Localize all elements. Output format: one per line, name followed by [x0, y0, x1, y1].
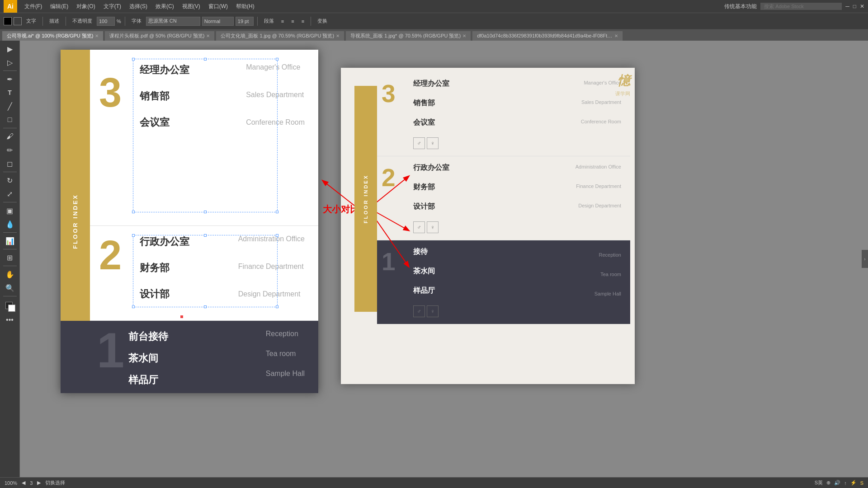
preview-inner: FLOOR INDEX 3 经理办公室 Manager's Office — [341, 68, 635, 384]
eraser-tool[interactable]: ◻ — [2, 157, 18, 170]
maximize-button[interactable]: □ — [853, 3, 856, 9]
font-style-input[interactable] — [202, 17, 234, 26]
paintbrush-tool[interactable]: 🖌 — [2, 130, 18, 143]
menu-window[interactable]: 窗口(W) — [205, 2, 231, 11]
floor-1-section: 1 前台接待 茶水间 样品厅 Reception Tea room Sample… — [61, 321, 318, 393]
tab-1[interactable]: 课程片头模板.pdf @ 50% (RGB/GPU 预览) ✕ — [104, 31, 215, 41]
r-floor-3-section: 3 经理办公室 Manager's Office 销售部 Sales Depar… — [377, 72, 630, 156]
r-floor-2-icons: ♂ ♀ — [413, 221, 621, 233]
align-right-button[interactable]: ≡ — [299, 18, 307, 25]
tab-4[interactable]: df0a10d74c8b336f298391f0b393fd9fb84d41d9… — [472, 31, 623, 41]
r-floor-1-room-1-cn: 接待 — [413, 247, 428, 257]
font-size-input[interactable] — [236, 17, 254, 26]
floor-1-rooms-cn: 前台接待 茶水间 样品厅 — [128, 330, 168, 395]
r-floor-1-section: 1 接待 Reception 茶水间 Tea room 样品厅 — [377, 240, 630, 324]
separator-3 — [125, 17, 125, 26]
r-floor-2-section: 2 行政办公室 Administration Office 财务部 Financ… — [377, 156, 630, 240]
type-tool[interactable]: T — [2, 86, 18, 99]
sel-handle-2-br — [276, 305, 278, 308]
tab-3-label: 导视系统_面板 1.jpg* @ 70.59% (RGB/GPU 预览) — [350, 33, 461, 39]
pen-tool[interactable]: ✒ — [2, 73, 18, 85]
menu-view[interactable]: 视图(V) — [179, 2, 204, 11]
stroke-color[interactable] — [14, 17, 22, 25]
tool-separator-1 — [3, 70, 17, 71]
floor-3-section: 3 经理办公室 销售部 会议室 Manager's Office Sales D… — [90, 50, 318, 226]
r-floor-2-icon-1: ♂ — [413, 221, 425, 233]
opacity-input[interactable] — [97, 17, 115, 26]
separator-1 — [42, 17, 43, 26]
workspace-selector[interactable]: 传统基本功能 — [724, 3, 757, 10]
stroke-label: 描述 — [47, 17, 62, 25]
nav-prev[interactable]: ◀ — [22, 480, 25, 486]
gradient-tool[interactable]: ▣ — [2, 204, 18, 217]
artboard-tool[interactable]: ⊞ — [2, 251, 18, 264]
floor-2-number: 2 — [99, 235, 122, 276]
align-center-button[interactable]: ≡ — [288, 18, 297, 25]
main-area: ▶ ▷ ✒ T ╱ □ 🖌 ✏ ◻ ↻ ⤢ ▣ 💧 📊 ⊞ ✋ 🔍 ••• — [0, 41, 868, 477]
nav-next[interactable]: ▶ — [37, 480, 41, 486]
r-floor-1-room-2-cn: 茶水间 — [413, 267, 435, 276]
r-floor-1-room-1-en: Reception — [599, 252, 621, 258]
r-floor-3-room-3-cn: 会议室 — [413, 118, 435, 127]
tab-2[interactable]: 公司文化墙_面板 1.jpg @ 70.59% (RGB/GPU 预览) ✕ — [216, 31, 344, 41]
scale-tool[interactable]: ⤢ — [2, 188, 18, 200]
graph-tool[interactable]: 📊 — [2, 235, 18, 247]
floor-index-design: FLOOR INDEX 3 经理办公室 销售部 会议室 Manager's Of… — [61, 50, 318, 393]
sel-handle-2-tc — [204, 234, 207, 237]
rotate-tool[interactable]: ↻ — [2, 174, 18, 187]
status-icon-1: ⊕ — [826, 480, 830, 486]
r-floor-2-num: 2 — [382, 165, 409, 190]
direct-select-tool[interactable]: ▷ — [2, 56, 18, 69]
tab-0[interactable]: 公司导视.ai* @ 100% (RGB/GPU 预览) ✕ — [2, 31, 104, 41]
tab-1-close[interactable]: ✕ — [206, 33, 210, 38]
canvas-area[interactable]: FLOOR INDEX 3 经理办公室 销售部 会议室 Manager's Of… — [20, 41, 868, 477]
selection-box-2 — [133, 235, 278, 307]
right-collapse-handle[interactable]: › — [862, 250, 868, 268]
artboard-preview: FLOOR INDEX 3 经理办公室 Manager's Office — [341, 68, 635, 384]
font-input[interactable] — [146, 17, 200, 26]
tab-4-label: df0a10d74c8b336f298391f0b393fd9fb84d41d9… — [477, 33, 613, 39]
tab-3-close[interactable]: ✕ — [462, 33, 466, 38]
menu-file[interactable]: 文件(F) — [21, 2, 46, 11]
color-boxes[interactable] — [4, 300, 16, 313]
menu-edit[interactable]: 编辑(E) — [47, 2, 72, 11]
r-floor-3-row-3: 会议室 Conference Room — [413, 118, 621, 133]
tab-4-close[interactable]: ✕ — [614, 33, 618, 38]
tab-0-close[interactable]: ✕ — [95, 33, 99, 38]
pencil-tool[interactable]: ✏ — [2, 144, 18, 156]
menu-select[interactable]: 选择(S) — [126, 2, 151, 11]
floor-1-number: 1 — [97, 325, 124, 375]
menu-object[interactable]: 对象(O) — [73, 2, 99, 11]
select-tool[interactable]: ▶ — [2, 42, 18, 55]
line-tool[interactable]: ╱ — [2, 100, 18, 113]
tab-2-close[interactable]: ✕ — [336, 33, 340, 38]
r-floor-3-room-1-cn: 经理办公室 — [413, 79, 449, 89]
fill-color[interactable] — [4, 17, 12, 25]
sel-handle-tl — [132, 58, 135, 61]
tab-1-label: 课程片头模板.pdf @ 50% (RGB/GPU 预览) — [109, 33, 204, 39]
align-left-button[interactable]: ≡ — [278, 18, 287, 25]
zoom-tool[interactable]: 🔍 — [2, 282, 18, 294]
tab-bar: 公司导视.ai* @ 100% (RGB/GPU 预览) ✕ 课程片头模板.pd… — [0, 29, 868, 41]
separator-5 — [311, 17, 311, 26]
minimize-button[interactable]: ─ — [845, 3, 849, 9]
switch-select-label: 切换选择 — [45, 479, 65, 486]
r-floor-1-icon-2: ♀ — [427, 305, 439, 317]
menu-type[interactable]: 文字(T) — [100, 2, 125, 11]
r-floor-1-num: 1 — [382, 249, 409, 274]
eyedropper-tool[interactable]: 💧 — [2, 218, 18, 230]
floor-1-room-1-en: Reception — [266, 330, 305, 338]
para-label: 段落 — [261, 17, 277, 25]
tool-separator-6 — [3, 249, 17, 249]
shape-tool[interactable]: □ — [2, 113, 18, 126]
more-tools[interactable]: ••• — [2, 314, 18, 326]
hand-tool[interactable]: ✋ — [2, 268, 18, 281]
status-input-method: S英 — [815, 479, 823, 486]
tab-3[interactable]: 导视系统_面板 1.jpg* @ 70.59% (RGB/GPU 预览) ✕ — [345, 31, 471, 41]
menu-effect[interactable]: 效果(C) — [152, 2, 178, 11]
close-button[interactable]: ✕ — [860, 3, 864, 9]
r-floor-1-row-1: 接待 Reception — [413, 247, 621, 262]
status-right: S英 ⊕ 🔊 ↑ ⚡ S — [815, 479, 863, 486]
stock-search-input[interactable] — [760, 3, 842, 10]
menu-help[interactable]: 帮助(H) — [232, 2, 258, 11]
